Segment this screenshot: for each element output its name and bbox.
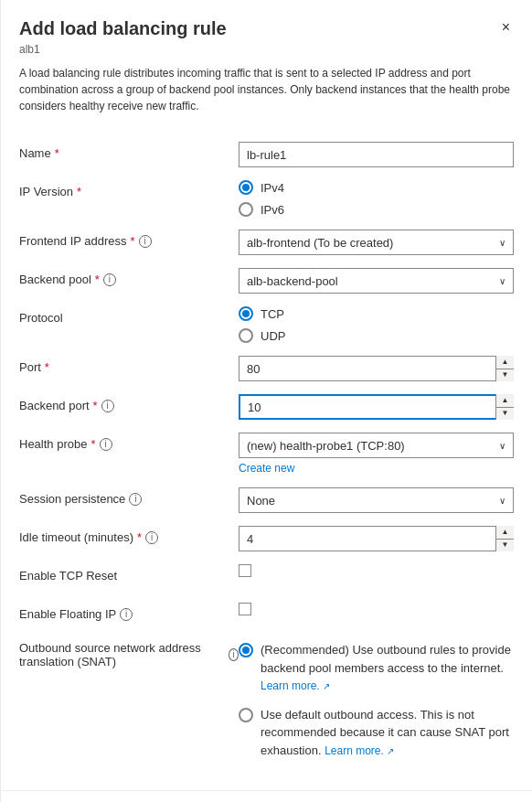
close-button[interactable]: × bbox=[498, 18, 514, 37]
tcp-reset-row: Enable TCP Reset bbox=[19, 564, 514, 590]
session-persistence-label: Session persistence i bbox=[19, 487, 239, 506]
outbound-option2-text: Use default outbound access. This is not… bbox=[261, 706, 514, 760]
port-input-wrapper: ▲ ▼ bbox=[239, 356, 514, 381]
name-row: Name * bbox=[19, 142, 514, 167]
udp-label: UDP bbox=[261, 329, 285, 343]
name-required: * bbox=[55, 146, 59, 160]
port-spin-down[interactable]: ▼ bbox=[496, 369, 514, 382]
backend-port-spin-up[interactable]: ▲ bbox=[496, 394, 514, 407]
backend-pool-label: Backend pool * i bbox=[19, 268, 239, 286]
port-row: Port * ▲ ▼ bbox=[19, 356, 514, 381]
session-persistence-info-icon[interactable]: i bbox=[129, 493, 142, 506]
session-persistence-dropdown-wrapper: None ∨ bbox=[239, 487, 514, 513]
name-input[interactable] bbox=[239, 142, 514, 167]
tcp-label: TCP bbox=[261, 307, 284, 321]
outbound-option2-radio[interactable] bbox=[239, 708, 253, 722]
idle-timeout-spin-up[interactable]: ▲ bbox=[496, 526, 514, 539]
outbound-option2-learn-more[interactable]: Learn more. bbox=[325, 744, 384, 757]
floating-ip-checkbox[interactable] bbox=[239, 603, 251, 615]
ipv4-option[interactable]: IPv4 bbox=[239, 180, 514, 195]
backend-pool-row: Backend pool * i alb-backend-pool ∨ bbox=[19, 268, 514, 294]
floating-ip-row: Enable Floating IP i bbox=[19, 603, 514, 628]
idle-timeout-input[interactable] bbox=[239, 526, 514, 551]
health-probe-row: Health probe * i (new) health-probe1 (TC… bbox=[19, 433, 514, 475]
name-label: Name * bbox=[19, 142, 239, 160]
outbound-snat-label: Outbound source network address translat… bbox=[19, 641, 239, 668]
backend-port-spin-buttons: ▲ ▼ bbox=[495, 394, 514, 420]
health-probe-dropdown[interactable]: (new) health-probe1 (TCP:80) ∨ bbox=[239, 433, 514, 458]
floating-ip-field bbox=[239, 603, 514, 615]
outbound-snat-info-icon[interactable]: i bbox=[229, 648, 239, 661]
tcp-reset-label: Enable TCP Reset bbox=[19, 564, 239, 583]
backend-pool-value: alb-backend-pool bbox=[247, 274, 338, 288]
port-spin-up[interactable]: ▲ bbox=[496, 356, 514, 369]
panel-header: Add load balancing rule × alb1 A load ba… bbox=[1, 0, 532, 133]
panel: Add load balancing rule × alb1 A load ba… bbox=[0, 0, 532, 802]
session-persistence-dropdown[interactable]: None ∨ bbox=[239, 487, 514, 513]
outbound-snat-row: Outbound source network address translat… bbox=[19, 641, 514, 759]
port-field: ▲ ▼ bbox=[239, 356, 514, 381]
backend-port-info-icon[interactable]: i bbox=[101, 400, 114, 412]
tcp-option[interactable]: TCP bbox=[239, 306, 514, 321]
outbound-section: (Recommended) Use outbound rules to prov… bbox=[239, 641, 514, 759]
panel-description: A load balancing rule distributes incomi… bbox=[19, 65, 514, 114]
idle-timeout-row: Idle timeout (minutes) * i ▲ ▼ bbox=[19, 526, 514, 551]
idle-timeout-label: Idle timeout (minutes) * i bbox=[19, 526, 239, 544]
backend-pool-chevron-icon: ∨ bbox=[499, 276, 505, 286]
backend-port-spin-down[interactable]: ▼ bbox=[496, 407, 514, 421]
ip-version-label: IP Version * bbox=[19, 180, 239, 198]
name-field bbox=[239, 142, 514, 167]
create-new-link[interactable]: Create new bbox=[239, 462, 514, 475]
ipv6-radio[interactable] bbox=[239, 202, 253, 217]
port-input[interactable] bbox=[239, 356, 514, 381]
outbound-option1-learn-more[interactable]: Learn more. bbox=[261, 679, 320, 692]
udp-radio[interactable] bbox=[239, 328, 253, 343]
protocol-label: Protocol bbox=[19, 306, 239, 325]
backend-port-input[interactable] bbox=[239, 394, 514, 420]
panel-subtitle: alb1 bbox=[19, 43, 514, 56]
outbound-option1[interactable]: (Recommended) Use outbound rules to prov… bbox=[239, 641, 514, 695]
frontend-ip-dropdown[interactable]: alb-frontend (To be created) ∨ bbox=[239, 230, 514, 255]
frontend-ip-dropdown-wrapper: alb-frontend (To be created) ∨ bbox=[239, 230, 514, 255]
idle-timeout-input-wrapper: ▲ ▼ bbox=[239, 526, 514, 551]
port-label: Port * bbox=[19, 356, 239, 374]
protocol-row: Protocol TCP UDP bbox=[19, 306, 514, 343]
page-title: Add load balancing rule bbox=[19, 18, 227, 39]
tcp-reset-field bbox=[239, 564, 514, 577]
idle-timeout-info-icon[interactable]: i bbox=[145, 531, 158, 544]
port-spin-buttons: ▲ ▼ bbox=[495, 356, 514, 381]
frontend-ip-value: alb-frontend (To be created) bbox=[247, 236, 393, 250]
backend-pool-info-icon[interactable]: i bbox=[103, 273, 116, 286]
outbound-option2[interactable]: Use default outbound access. This is not… bbox=[239, 706, 514, 760]
panel-footer: Save Cancel 👤 Give feedback bbox=[1, 790, 532, 802]
health-probe-value: (new) health-probe1 (TCP:80) bbox=[247, 439, 405, 453]
frontend-ip-info-icon[interactable]: i bbox=[139, 235, 152, 248]
outbound-snat-field: (Recommended) Use outbound rules to prov… bbox=[239, 641, 514, 759]
backend-port-input-wrapper: ▲ ▼ bbox=[239, 394, 514, 420]
frontend-ip-row: Frontend IP address * i alb-frontend (To… bbox=[19, 230, 514, 255]
ipv4-label: IPv4 bbox=[261, 181, 284, 195]
session-persistence-chevron-icon: ∨ bbox=[499, 496, 505, 506]
tcp-reset-checkbox[interactable] bbox=[239, 564, 251, 577]
tcp-radio[interactable] bbox=[239, 306, 253, 321]
floating-ip-info-icon[interactable]: i bbox=[120, 608, 133, 621]
backend-pool-field: alb-backend-pool ∨ bbox=[239, 268, 514, 294]
form-body: Name * IP Version * IPv4 bbox=[1, 133, 532, 790]
ipv6-label: IPv6 bbox=[261, 203, 284, 217]
outbound-option2-external-link-icon: ↗ bbox=[387, 746, 394, 756]
backend-pool-dropdown[interactable]: alb-backend-pool ∨ bbox=[239, 268, 514, 294]
health-probe-field: (new) health-probe1 (TCP:80) ∨ Create ne… bbox=[239, 433, 514, 475]
ip-version-field: IPv4 IPv6 bbox=[239, 180, 514, 217]
health-probe-info-icon[interactable]: i bbox=[100, 438, 112, 451]
health-probe-dropdown-wrapper: (new) health-probe1 (TCP:80) ∨ bbox=[239, 433, 514, 458]
protocol-radio-group: TCP UDP bbox=[239, 306, 514, 343]
idle-timeout-spin-down[interactable]: ▼ bbox=[496, 539, 514, 552]
ip-version-radio-group: IPv4 IPv6 bbox=[239, 180, 514, 217]
udp-option[interactable]: UDP bbox=[239, 328, 514, 343]
outbound-option1-external-link-icon: ↗ bbox=[323, 681, 330, 691]
protocol-field: TCP UDP bbox=[239, 306, 514, 343]
ipv4-radio[interactable] bbox=[239, 180, 253, 195]
outbound-option1-radio[interactable] bbox=[239, 643, 253, 658]
ipv6-option[interactable]: IPv6 bbox=[239, 202, 514, 217]
tcp-reset-checkbox-wrapper bbox=[239, 564, 514, 577]
